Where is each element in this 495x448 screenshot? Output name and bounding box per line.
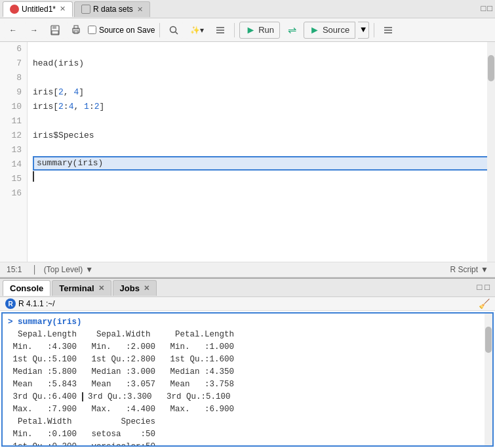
code-line-7: head(iris): [33, 56, 490, 71]
source-dropdown-button[interactable]: ▼: [358, 22, 369, 39]
r-version-text: R 4.1.1 :~/: [18, 299, 55, 308]
rerun-icon: ⇌: [288, 24, 296, 36]
r-file-icon: [10, 5, 19, 14]
save-icon: [50, 25, 60, 35]
source-dropdown-icon: ▼: [361, 25, 366, 35]
console-section: Console Terminal ✕ Jobs ✕ □ □ R R 4.1.1 …: [0, 277, 495, 448]
console-tab-jobs-label: Jobs: [120, 283, 140, 293]
console-output[interactable]: > summary(iris) Sepal.Length Sepal.Width…: [1, 312, 494, 447]
tab-rdatasets-close[interactable]: ✕: [137, 5, 143, 14]
tab-rdatasets[interactable]: R data sets ✕: [74, 1, 150, 17]
forward-button[interactable]: →: [25, 22, 43, 39]
code-line-15: [33, 169, 490, 184]
editor-area: 6 7 8 9 10 11 12 13 14 15 16 head(iris) …: [0, 42, 495, 277]
console-minimize-icon[interactable]: □: [477, 283, 482, 293]
console-scrollbar-thumb[interactable]: [485, 327, 492, 353]
source-button[interactable]: ► Source: [304, 22, 355, 39]
wand-button[interactable]: ✨▾: [186, 22, 208, 39]
code-line-8: [33, 71, 490, 85]
wand-icon: ✨▾: [190, 26, 204, 35]
code-level-arrow: ▼: [85, 265, 93, 274]
console-command-line: > summary(iris): [8, 316, 487, 329]
source-on-save-container[interactable]: Source on Save: [88, 26, 155, 35]
r-logo: R: [5, 298, 16, 309]
console-tab-console-label: Console: [10, 283, 43, 293]
console-output-table: Sepal.Length Sepal.Width Petal.Length Mi…: [8, 329, 487, 447]
r-version-info: R R 4.1.1 :~/: [5, 298, 55, 309]
jobs-close[interactable]: ✕: [144, 284, 149, 293]
code-line-12: iris$Species: [33, 129, 490, 143]
code-line-11: [33, 114, 490, 129]
source-arrow-icon: ►: [309, 24, 320, 36]
console-tab-terminal[interactable]: Terminal ✕: [52, 280, 111, 296]
editor-scrollbar-thumb[interactable]: [488, 55, 494, 81]
source-label: Source: [323, 25, 349, 35]
minimize-icon[interactable]: □: [481, 4, 486, 14]
cursor-position: 15:1: [7, 265, 22, 274]
svg-line-7: [176, 31, 178, 34]
tab-untitled1-close[interactable]: ✕: [60, 5, 66, 13]
editor-tab-bar: Untitled1* ✕ R data sets ✕ □ □: [0, 0, 495, 18]
svg-point-6: [170, 26, 176, 32]
console-tab-console[interactable]: Console: [3, 280, 50, 296]
status-separator: │: [32, 265, 37, 274]
console-right-buttons: □ □: [477, 283, 492, 293]
code-level-text: (Top Level): [44, 265, 83, 274]
code-line-14: summary(iris): [33, 156, 490, 171]
code-line-6: [33, 42, 490, 56]
svg-rect-1: [52, 26, 56, 29]
editor-toolbar: ← → Source on Save ✨▾: [0, 18, 495, 42]
code-line-16: [33, 184, 490, 198]
rerun-button[interactable]: ⇌: [283, 22, 301, 39]
print-button[interactable]: [67, 22, 85, 39]
separator-1: [159, 23, 160, 37]
editor-scrollbar[interactable]: [487, 42, 495, 262]
lines-icon: [215, 25, 226, 35]
source-on-save-label: Source on Save: [99, 26, 155, 35]
run-label: Run: [258, 25, 274, 35]
console-maximize-icon[interactable]: □: [485, 283, 490, 293]
maximize-icon[interactable]: □: [487, 4, 492, 14]
window-controls: □ □: [481, 4, 492, 14]
console-tab-terminal-label: Terminal: [59, 283, 94, 293]
script-type-text: R Script: [450, 265, 478, 274]
tab-untitled1-label: Untitled1*: [22, 5, 56, 14]
lines-button[interactable]: [211, 22, 229, 39]
print-icon: [71, 25, 81, 35]
console-scrollbar[interactable]: [485, 314, 492, 445]
tab-untitled1[interactable]: Untitled1* ✕: [3, 1, 73, 17]
console-clear-icon[interactable]: 🧹: [479, 298, 490, 309]
code-line-13: [33, 143, 490, 157]
menu-button[interactable]: [379, 22, 397, 39]
code-area[interactable]: head(iris) iris[2, 4] iris[2:4, 1:2] iri…: [28, 42, 495, 262]
separator-2: [234, 23, 235, 37]
terminal-close[interactable]: ✕: [98, 284, 104, 293]
code-level[interactable]: (Top Level) ▼: [44, 265, 93, 274]
run-arrow-icon: ►: [245, 24, 256, 36]
console-tab-jobs[interactable]: Jobs ✕: [113, 280, 157, 296]
console-tab-bar: Console Terminal ✕ Jobs ✕ □ □: [0, 279, 495, 297]
editor-content[interactable]: 6 7 8 9 10 11 12 13 14 15 16 head(iris) …: [0, 42, 495, 262]
search-button[interactable]: [165, 22, 183, 39]
code-line-9: iris[2, 4]: [33, 85, 490, 100]
run-button[interactable]: ► Run: [239, 22, 280, 39]
menu-icon: [383, 25, 393, 35]
back-button[interactable]: ←: [4, 22, 22, 39]
script-type-arrow: ▼: [481, 265, 488, 274]
svg-rect-2: [52, 31, 58, 34]
line-numbers: 6 7 8 9 10 11 12 13 14 15 16: [0, 42, 28, 262]
tab-rdatasets-label: R data sets: [93, 5, 133, 14]
source-on-save-checkbox[interactable]: [88, 26, 96, 34]
script-type[interactable]: R Script ▼: [450, 265, 488, 274]
save-button[interactable]: [46, 22, 64, 39]
code-line-10: iris[2:4, 1:2]: [33, 100, 490, 114]
separator-3: [374, 23, 374, 37]
status-bar: 15:1 │ (Top Level) ▼ R Script ▼: [0, 262, 495, 277]
doc-file-icon: [81, 5, 90, 14]
search-icon: [168, 25, 179, 35]
console-status-bar: R R 4.1.1 :~/ 🧹: [0, 297, 495, 311]
